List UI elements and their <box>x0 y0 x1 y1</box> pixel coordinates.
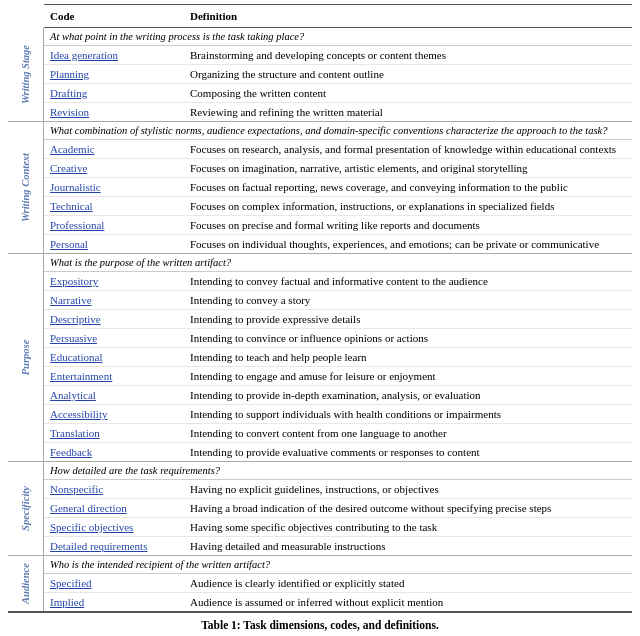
table-row: ExpositoryIntending to convey factual an… <box>44 272 632 291</box>
def-cell: Brainstorming and developing concepts or… <box>184 47 632 63</box>
code-cell[interactable]: Nonspecific <box>44 481 184 497</box>
section-content-0: At what point in the writing process is … <box>44 28 632 121</box>
code-cell[interactable]: Detailed requirements <box>44 538 184 554</box>
section-intro-3: How detailed are the task requirements? <box>44 462 632 480</box>
code-cell[interactable]: Narrative <box>44 292 184 308</box>
table-row: Idea generationBrainstorming and develop… <box>44 46 632 65</box>
section-1: Writing ContextWhat combination of styli… <box>8 122 632 254</box>
table-row: PersonalFocuses on individual thoughts, … <box>44 235 632 253</box>
code-cell[interactable]: Specific objectives <box>44 519 184 535</box>
table-row: AnalyticalIntending to provide in-depth … <box>44 386 632 405</box>
code-cell[interactable]: Translation <box>44 425 184 441</box>
table-row: RevisionReviewing and refining the writt… <box>44 103 632 121</box>
def-cell: Focuses on research, analysis, and forma… <box>184 141 632 157</box>
table-row: DescriptiveIntending to provide expressi… <box>44 310 632 329</box>
section-3: SpecificityHow detailed are the task req… <box>8 462 632 556</box>
table-row: CreativeFocuses on imagination, narrativ… <box>44 159 632 178</box>
table-caption: Table 1: Task dimensions, codes, and def… <box>8 612 632 635</box>
def-cell: Intending to teach and help people learn <box>184 349 632 365</box>
code-cell[interactable]: Implied <box>44 594 184 610</box>
section-label-1: Writing Context <box>8 122 44 253</box>
code-cell[interactable]: Educational <box>44 349 184 365</box>
code-cell[interactable]: Specified <box>44 575 184 591</box>
def-cell: Intending to provide expressive details <box>184 311 632 327</box>
table-row: EntertainmentIntending to engage and amu… <box>44 367 632 386</box>
header-code: Code <box>44 7 184 25</box>
table-row: AccessibilityIntending to support indivi… <box>44 405 632 424</box>
section-label-2: Purpose <box>8 254 44 461</box>
code-cell[interactable]: General direction <box>44 500 184 516</box>
def-cell: Intending to convert content from one la… <box>184 425 632 441</box>
table-row: NonspecificHaving no explicit guidelines… <box>44 480 632 499</box>
code-cell[interactable]: Idea generation <box>44 47 184 63</box>
table-row: ImpliedAudience is assumed or inferred w… <box>44 593 632 611</box>
def-cell: Intending to convey factual and informat… <box>184 273 632 289</box>
def-cell: Intending to convince or influence opini… <box>184 330 632 346</box>
section-label-3: Specificity <box>8 462 44 555</box>
def-cell: Reviewing and refining the written mater… <box>184 104 632 120</box>
section-intro-2: What is the purpose of the written artif… <box>44 254 632 272</box>
code-cell[interactable]: Entertainment <box>44 368 184 384</box>
table-row: PersuasiveIntending to convince or influ… <box>44 329 632 348</box>
code-cell[interactable]: Expository <box>44 273 184 289</box>
def-cell: Having a broad indication of the desired… <box>184 500 632 516</box>
code-cell[interactable]: Revision <box>44 104 184 120</box>
code-cell[interactable]: Journalistic <box>44 179 184 195</box>
section-0: Writing StageAt what point in the writin… <box>8 28 632 122</box>
code-cell[interactable]: Feedback <box>44 444 184 460</box>
code-cell[interactable]: Descriptive <box>44 311 184 327</box>
code-cell[interactable]: Accessibility <box>44 406 184 422</box>
section-label-4: Audience <box>8 556 44 611</box>
table-row: Detailed requirementsHaving detailed and… <box>44 537 632 555</box>
def-cell: Composing the written content <box>184 85 632 101</box>
table-row: Specific objectivesHaving some specific … <box>44 518 632 537</box>
header-definition: Definition <box>184 7 632 25</box>
section-intro-4: Who is the intended recipient of the wri… <box>44 556 632 574</box>
table-row: FeedbackIntending to provide evaluative … <box>44 443 632 461</box>
def-cell: Focuses on complex information, instruct… <box>184 198 632 214</box>
code-cell[interactable]: Drafting <box>44 85 184 101</box>
table-row: DraftingComposing the written content <box>44 84 632 103</box>
code-cell[interactable]: Planning <box>44 66 184 82</box>
section-content-3: How detailed are the task requirements?N… <box>44 462 632 555</box>
table-row: PlanningOrganizing the structure and con… <box>44 65 632 84</box>
code-cell[interactable]: Analytical <box>44 387 184 403</box>
def-cell: Focuses on factual reporting, news cover… <box>184 179 632 195</box>
def-cell: Intending to provide in-depth examinatio… <box>184 387 632 403</box>
code-cell[interactable]: Persuasive <box>44 330 184 346</box>
section-content-1: What combination of stylistic norms, aud… <box>44 122 632 253</box>
def-cell: Having no explicit guidelines, instructi… <box>184 481 632 497</box>
table-row: EducationalIntending to teach and help p… <box>44 348 632 367</box>
def-cell: Focuses on individual thoughts, experien… <box>184 236 632 252</box>
section-intro-0: At what point in the writing process is … <box>44 28 632 46</box>
def-cell: Focuses on precise and formal writing li… <box>184 217 632 233</box>
section-intro-1: What combination of stylistic norms, aud… <box>44 122 632 140</box>
def-cell: Intending to convey a story <box>184 292 632 308</box>
code-cell[interactable]: Academic <box>44 141 184 157</box>
section-content-2: What is the purpose of the written artif… <box>44 254 632 461</box>
def-cell: Organizing the structure and content out… <box>184 66 632 82</box>
table-row: JournalisticFocuses on factual reporting… <box>44 178 632 197</box>
def-cell: Having detailed and measurable instructi… <box>184 538 632 554</box>
table-row: AcademicFocuses on research, analysis, a… <box>44 140 632 159</box>
code-cell[interactable]: Professional <box>44 217 184 233</box>
def-cell: Intending to support individuals with he… <box>184 406 632 422</box>
table-row: ProfessionalFocuses on precise and forma… <box>44 216 632 235</box>
def-cell: Audience is clearly identified or explic… <box>184 575 632 591</box>
section-content-4: Who is the intended recipient of the wri… <box>44 556 632 611</box>
section-2: PurposeWhat is the purpose of the writte… <box>8 254 632 462</box>
section-4: AudienceWho is the intended recipient of… <box>8 556 632 612</box>
def-cell: Focuses on imagination, narrative, artis… <box>184 160 632 176</box>
def-cell: Intending to engage and amuse for leisur… <box>184 368 632 384</box>
code-cell[interactable]: Creative <box>44 160 184 176</box>
def-cell: Intending to provide evaluative comments… <box>184 444 632 460</box>
code-cell[interactable]: Personal <box>44 236 184 252</box>
table-row: NarrativeIntending to convey a story <box>44 291 632 310</box>
code-cell[interactable]: Technical <box>44 198 184 214</box>
table-row: TechnicalFocuses on complex information,… <box>44 197 632 216</box>
table-row: TranslationIntending to convert content … <box>44 424 632 443</box>
def-cell: Audience is assumed or inferred without … <box>184 594 632 610</box>
def-cell: Having some specific objectives contribu… <box>184 519 632 535</box>
table-row: General directionHaving a broad indicati… <box>44 499 632 518</box>
section-label-0: Writing Stage <box>8 28 44 121</box>
